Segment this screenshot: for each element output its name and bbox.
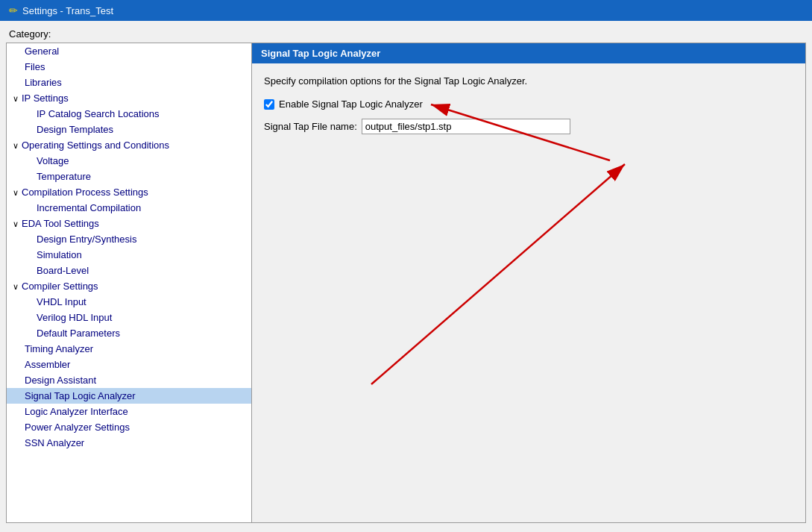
sidebar-item-general[interactable]: General [7,43,251,59]
pencil-icon: ✏ [9,4,18,16]
sidebar-item-label: Board-Level [37,265,89,276]
sidebar-item-files[interactable]: Files [7,59,251,75]
sidebar-item-timing-analyzer[interactable]: Timing Analyzer [7,341,251,357]
panel-header: Signal Tap Logic Analyzer [252,43,805,63]
sidebar-item-ip-catalog-search[interactable]: IP Catalog Search Locations [7,106,251,122]
sidebar-item-label: Power Analyzer Settings [25,422,130,433]
sidebar-item-label: Default Parameters [37,328,120,339]
sidebar-item-vhdl-input[interactable]: VHDL Input [7,294,251,310]
sidebar-item-label: Libraries [25,77,62,88]
sidebar-item-power-analyzer[interactable]: Power Analyzer Settings [7,419,251,435]
sidebar-item-label: SSN Analyzer [25,437,84,448]
file-row: Signal Tap File name: [264,119,793,134]
sidebar-item-label: Compilation Process Settings [22,187,148,198]
collapse-icon: ∨ [13,219,22,229]
sidebar-item-label: Verilog HDL Input [37,312,112,323]
sidebar-item-label: Timing Analyzer [25,343,93,354]
sidebar-item-label: Simulation [37,249,82,260]
sidebar-item-design-entry[interactable]: Design Entry/Synthesis [7,231,251,247]
sidebar-item-temperature[interactable]: Temperature [7,169,251,184]
sidebar-item-incremental-compilation[interactable]: Incremental Compilation [7,200,251,216]
sidebar-item-signal-tap[interactable]: Signal Tap Logic Analyzer [7,388,251,404]
sidebar-item-ip-settings[interactable]: ∨ IP Settings [7,90,251,106]
sidebar-item-default-parameters[interactable]: Default Parameters [7,325,251,341]
sidebar-item-label: Files [25,61,45,72]
sidebar-item-label: Temperature [37,171,91,182]
sidebar-item-label: General [25,46,59,57]
sidebar-item-label: Signal Tap Logic Analyzer [25,390,136,401]
collapse-icon: ∨ [13,188,22,198]
sidebar-item-ssn-analyzer[interactable]: SSN Analyzer [7,435,251,451]
sidebar-item-label: Voltage [37,155,69,166]
sidebar-item-label: Design Assistant [25,375,96,386]
sidebar-item-design-assistant[interactable]: Design Assistant [7,372,251,388]
sidebar-item-label: VHDL Input [37,296,86,307]
sidebar-item-label: Design Entry/Synthesis [37,234,136,245]
sidebar-item-eda-tool-settings[interactable]: ∨ EDA Tool Settings [7,216,251,231]
enable-label: Enable Signal Tap Logic Analyzer [279,98,423,110]
collapse-icon: ∨ [13,141,22,151]
sidebar-item-operating-settings[interactable]: ∨ Operating Settings and Conditions [7,137,251,153]
enable-row: Enable Signal Tap Logic Analyzer [264,98,793,110]
sidebar-item-label: Logic Analyzer Interface [25,406,128,417]
file-input[interactable] [362,119,570,134]
sidebar-item-verilog-input[interactable]: Verilog HDL Input [7,310,251,325]
sidebar-item-label: Operating Settings and Conditions [22,140,169,151]
window-title: Settings - Trans_Test [22,5,113,16]
sidebar-item-label: Compiler Settings [22,281,98,292]
sidebar-item-label: IP Catalog Search Locations [37,108,160,119]
sidebar-item-design-templates[interactable]: Design Templates [7,122,251,137]
sidebar-item-libraries[interactable]: Libraries [7,75,251,90]
sidebar-item-assembler[interactable]: Assembler [7,357,251,372]
sidebar-item-simulation[interactable]: Simulation [7,247,251,263]
category-label: Category: [0,21,812,43]
sidebar-item-label: IP Settings [22,93,69,104]
sidebar-item-compiler-settings[interactable]: ∨ Compiler Settings [7,278,251,294]
sidebar-item-logic-analyzer-interface[interactable]: Logic Analyzer Interface [7,404,251,419]
sidebar-item-label: EDA Tool Settings [22,218,99,229]
enable-signal-tap-checkbox[interactable] [264,99,274,110]
sidebar-tree: GeneralFilesLibraries∨ IP SettingsIP Cat… [6,43,252,523]
sidebar-item-label: Design Templates [37,124,113,135]
title-bar: ✏ Settings - Trans_Test [0,0,812,21]
sidebar-item-board-level[interactable]: Board-Level [7,263,251,278]
right-panel: Signal Tap Logic Analyzer Specify compil… [252,43,806,523]
file-label: Signal Tap File name: [264,121,357,132]
sidebar-item-voltage[interactable]: Voltage [7,153,251,169]
main-layout: Category: GeneralFilesLibraries∨ IP Sett… [0,21,812,529]
panel-description: Specify compilation options for the Sign… [264,75,793,87]
panel-content: Specify compilation options for the Sign… [252,63,805,522]
sidebar-item-label: Assembler [25,359,70,370]
collapse-icon: ∨ [13,94,22,104]
sidebar-item-compilation-process[interactable]: ∨ Compilation Process Settings [7,184,251,200]
sidebar-item-label: Incremental Compilation [37,202,141,213]
collapse-icon: ∨ [13,282,22,292]
content-area: GeneralFilesLibraries∨ IP SettingsIP Cat… [0,43,812,529]
svg-line-3 [371,164,625,384]
